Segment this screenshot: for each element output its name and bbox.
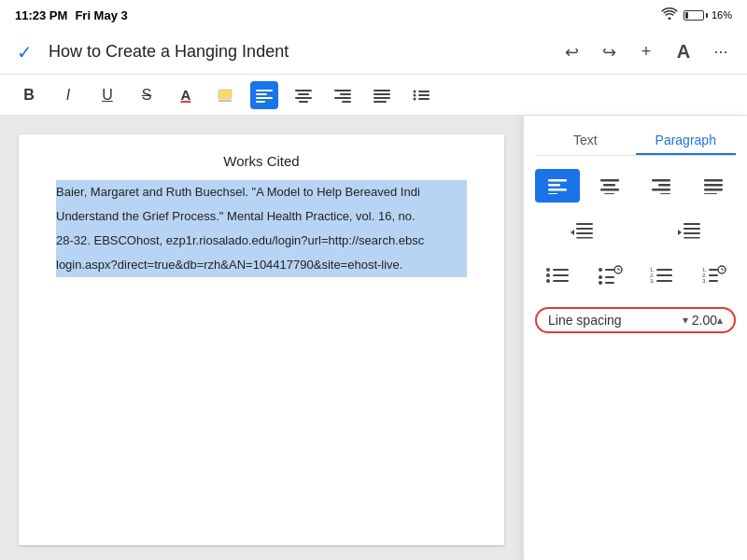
svg-point-22 [414, 97, 416, 100]
svg-rect-53 [553, 274, 569, 276]
status-bar: 11:23 PM Fri May 3 16% [0, 0, 747, 30]
svg-rect-55 [553, 280, 569, 282]
svg-rect-3 [256, 93, 267, 95]
list-button[interactable] [407, 81, 435, 109]
svg-rect-9 [299, 101, 308, 103]
indent-row [535, 214, 736, 247]
svg-rect-35 [660, 193, 670, 194]
numbered-list-clock-button[interactable]: 1. 2. 3. [691, 259, 736, 292]
svg-rect-31 [604, 193, 614, 194]
svg-text:3.: 3. [702, 278, 707, 284]
svg-rect-8 [295, 97, 312, 99]
svg-rect-28 [600, 179, 619, 182]
svg-rect-57 [605, 269, 614, 271]
align-center-panel-button[interactable] [587, 169, 632, 203]
svg-rect-25 [548, 184, 560, 187]
bullet-list-clock-button[interactable] [587, 259, 632, 292]
svg-rect-68 [656, 274, 672, 276]
bullet-list-button[interactable] [535, 259, 580, 292]
svg-marker-44 [571, 230, 574, 235]
chevron-up-icon: ▴ [717, 314, 723, 327]
panel-tabs: Text Paragraph [535, 127, 736, 156]
underline-button[interactable]: U [93, 81, 121, 109]
line-spacing-label: Line spacing [548, 313, 679, 328]
document-area: Works Cited Baier, Margaret and Ruth Bue… [0, 116, 523, 560]
line-spacing-control[interactable]: Line spacing ▾ 2.00 ▴ [535, 307, 736, 333]
highlight-button[interactable] [211, 81, 239, 109]
tab-paragraph[interactable]: Paragraph [636, 127, 737, 155]
svg-marker-49 [678, 230, 682, 235]
svg-rect-34 [652, 189, 670, 191]
font-color-button[interactable]: A [172, 81, 200, 109]
svg-point-20 [414, 93, 416, 96]
alignment-row-1 [535, 169, 736, 203]
line-spacing-value: 2.00 [692, 313, 717, 328]
svg-rect-10 [334, 90, 351, 91]
strikethrough-button[interactable]: S [133, 81, 161, 109]
svg-point-50 [546, 268, 550, 272]
svg-rect-38 [704, 189, 723, 191]
align-justify-panel-button[interactable] [691, 169, 736, 203]
wifi-icon [661, 7, 678, 22]
align-justify-button[interactable] [368, 81, 396, 109]
numbered-list-button[interactable]: 1. 2. 3. [639, 259, 684, 292]
svg-rect-64 [605, 282, 614, 284]
align-left-button[interactable] [250, 81, 278, 109]
svg-rect-29 [603, 184, 615, 187]
svg-rect-48 [684, 237, 700, 239]
list-row: 1. 2. 3. 1. 2. 3. [535, 259, 736, 292]
svg-rect-16 [374, 97, 390, 99]
main-content: Works Cited Baier, Margaret and Ruth Bue… [0, 116, 747, 560]
svg-rect-2 [256, 90, 273, 91]
more-options-button[interactable]: ··· [706, 37, 736, 67]
italic-button[interactable]: I [54, 81, 82, 109]
svg-rect-72 [709, 269, 718, 271]
svg-rect-79 [709, 280, 718, 282]
tab-text[interactable]: Text [535, 127, 636, 155]
bold-button[interactable]: B [15, 81, 43, 109]
redo-button[interactable]: ↪ [594, 37, 624, 67]
align-center-button[interactable] [289, 81, 317, 109]
svg-rect-26 [548, 189, 567, 191]
align-right-button[interactable] [329, 81, 357, 109]
svg-rect-21 [418, 94, 430, 96]
align-left-panel-button[interactable] [535, 169, 580, 203]
svg-rect-11 [340, 93, 351, 95]
checkmark-button[interactable]: ✓ [11, 39, 37, 65]
svg-rect-33 [658, 184, 670, 187]
document-section-title: Works Cited [56, 153, 467, 169]
svg-rect-13 [342, 101, 351, 103]
text-format-button[interactable]: A [669, 37, 698, 67]
svg-rect-37 [704, 184, 723, 187]
time-display: 11:23 PM [15, 8, 67, 22]
document-title: How to Create a Hanging Indent [41, 42, 553, 62]
svg-rect-27 [548, 193, 557, 194]
svg-rect-15 [374, 93, 390, 95]
svg-rect-24 [548, 179, 567, 182]
svg-rect-32 [652, 179, 670, 182]
undo-button[interactable]: ↩ [557, 37, 586, 67]
svg-rect-43 [576, 237, 593, 239]
toolbar-actions: ↩ ↪ + A ··· [557, 37, 736, 67]
increase-indent-button[interactable] [642, 214, 736, 247]
svg-rect-6 [295, 90, 312, 91]
svg-rect-41 [576, 228, 593, 230]
svg-rect-62 [605, 276, 614, 278]
svg-point-52 [546, 273, 550, 277]
add-button[interactable]: + [631, 37, 661, 67]
svg-point-56 [599, 268, 602, 272]
align-right-panel-button[interactable] [640, 169, 684, 203]
svg-rect-14 [374, 90, 390, 91]
svg-rect-30 [600, 189, 619, 191]
decrease-indent-button[interactable] [535, 214, 628, 247]
svg-rect-46 [684, 228, 700, 230]
svg-text:3.: 3. [650, 278, 655, 284]
main-toolbar: ✓ How to Create a Hanging Indent ↩ ↪ + A… [0, 30, 747, 75]
document-highlighted-content[interactable]: Baier, Margaret and Ruth Buechsel. "A Mo… [56, 180, 467, 277]
svg-point-61 [599, 275, 602, 279]
chevron-down-icon: ▾ [683, 314, 688, 327]
svg-rect-42 [576, 232, 593, 234]
svg-point-63 [599, 281, 602, 285]
battery-indicator: 16% [684, 9, 732, 21]
document-page: Works Cited Baier, Margaret and Ruth Bue… [19, 134, 504, 545]
